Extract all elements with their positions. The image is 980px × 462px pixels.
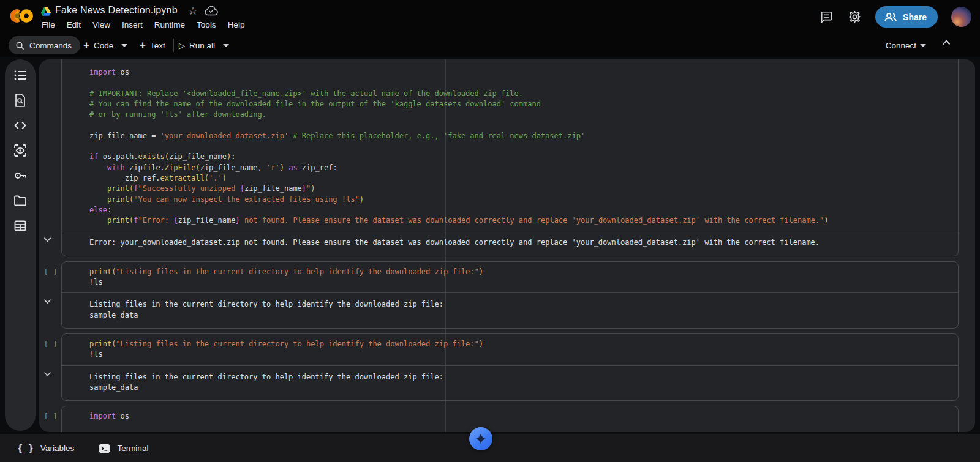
code-editor[interactable]: [ ]import os # IMPORTANT: Please paste y… [62, 406, 958, 432]
menu-file[interactable]: File [42, 20, 55, 29]
code-line: print("Listing files in the current dire… [89, 267, 952, 277]
spark-icon [474, 432, 488, 445]
secrets-key-icon[interactable] [13, 168, 28, 183]
code-line [89, 120, 952, 130]
cell-output: Listing files in the current directory t… [62, 293, 958, 328]
share-label: Share [903, 12, 927, 22]
output-line: Listing files in the current directory t… [89, 372, 952, 382]
code-line [89, 422, 952, 432]
run-cell-button[interactable]: [ ] [44, 340, 58, 347]
settings-gear-icon[interactable] [847, 10, 862, 24]
share-button[interactable]: Share [875, 6, 938, 28]
output-line: Error: your_downloaded_dataset.zip not f… [89, 237, 952, 248]
output-line: sample_data [89, 382, 952, 393]
code-editor[interactable]: [ ]print("Listing files in the current d… [62, 262, 958, 293]
code-line: zip_file_name = 'your_downloaded_dataset… [89, 131, 952, 141]
code-line [89, 141, 952, 152]
files-folder-icon[interactable] [13, 193, 28, 208]
code-line: print("Listing files in the current dire… [89, 339, 952, 349]
avatar[interactable] [951, 7, 971, 27]
plus-icon: + [140, 39, 146, 51]
braces-icon: { } [17, 443, 34, 454]
left-sidebar [5, 59, 36, 431]
chevron-down-icon [920, 44, 926, 47]
cells: import os # IMPORTANT: Replace '<downloa… [39, 59, 975, 432]
star-icon[interactable]: ☆ [188, 4, 198, 18]
code-line: print(f"Successfully unzipped {zip_file_… [89, 184, 952, 194]
collapse-output-chevron-icon[interactable] [43, 371, 51, 377]
collapse-output-chevron-icon[interactable] [43, 299, 51, 304]
code-line: # IMPORTANT: Replace '<downloaded_file_n… [89, 89, 952, 99]
terminal-icon [99, 444, 110, 453]
code-line: with zipfile.ZipFile(zip_file_name, 'r')… [89, 163, 952, 173]
cloud-saved-icon[interactable] [205, 6, 218, 16]
run-cell-button[interactable]: [ ] [44, 267, 58, 275]
drive-icon [40, 6, 51, 17]
plus-icon: + [83, 39, 89, 51]
terminal-button[interactable]: Terminal [99, 444, 148, 453]
find-and-replace-icon[interactable] [13, 93, 28, 108]
variable-inspector-eye-icon[interactable] [13, 143, 28, 158]
code-line [89, 78, 952, 88]
notebook-title[interactable]: Fake News Detection.ipynb [55, 5, 178, 16]
menu-runtime[interactable]: Runtime [154, 20, 185, 29]
menu-insert[interactable]: Insert [122, 20, 143, 29]
data-table-icon[interactable] [13, 218, 28, 233]
people-icon [884, 12, 897, 22]
code-cell: [ ]print("Listing files in the current d… [61, 333, 959, 401]
add-text-button[interactable]: + Text [140, 36, 165, 54]
code-editor[interactable]: [ ]print("Listing files in the current d… [62, 334, 958, 365]
toolbar-divider [173, 39, 174, 52]
code-snippets-icon[interactable] [13, 118, 28, 133]
code-line: import os [89, 67, 952, 78]
output-line: sample_data [89, 310, 952, 321]
app-header: Fake News Detection.ipynb ☆ FileEditView… [0, 0, 980, 34]
cell-output: Listing files in the current directory t… [62, 366, 958, 401]
code-line: else: [89, 205, 952, 215]
menu-help[interactable]: Help [228, 20, 245, 29]
chevron-down-icon[interactable] [223, 44, 229, 47]
menu-tools[interactable]: Tools [197, 20, 216, 29]
collapse-output-chevron-icon[interactable] [43, 237, 51, 242]
gemini-spark-button[interactable] [469, 427, 492, 450]
add-code-button[interactable]: + Code [83, 36, 127, 54]
variables-button[interactable]: { } Variables [17, 443, 74, 454]
code-line: !ls [89, 277, 952, 288]
run-cell-button[interactable]: [ ] [44, 412, 58, 419]
code-cell: [ ]print("Listing files in the current d… [61, 261, 959, 329]
search-icon [15, 41, 24, 50]
table-of-contents-icon[interactable] [13, 68, 28, 83]
play-icon: ▷ [179, 41, 185, 50]
code-line: # or by running '!ls' after downloading. [89, 110, 952, 120]
commands-button[interactable]: Commands [9, 36, 80, 54]
chevron-down-icon[interactable] [121, 44, 127, 47]
comments-icon[interactable] [819, 10, 834, 24]
code-cell: [ ]import os # IMPORTANT: Please paste y… [61, 406, 959, 432]
notebook-panel: import os # IMPORTANT: Replace '<downloa… [39, 59, 975, 432]
code-line: import os [89, 411, 952, 422]
output-line: Listing files in the current directory t… [89, 299, 952, 310]
code-line: !ls [89, 349, 952, 360]
menu-edit[interactable]: Edit [67, 20, 81, 29]
code-line: zip_ref.extractall('.') [89, 173, 952, 184]
connect-button[interactable]: Connect [886, 36, 926, 54]
code-line: if os.path.exists(zip_file_name): [89, 152, 952, 162]
code-editor[interactable]: import os # IMPORTANT: Replace '<downloa… [62, 59, 958, 231]
run-all-button[interactable]: ▷ Run all [179, 36, 229, 54]
collapse-header-button[interactable] [942, 40, 951, 45]
menu-view[interactable]: View [92, 20, 110, 29]
code-line: print("You can now inspect the extracted… [89, 195, 952, 205]
code-cell: import os # IMPORTANT: Replace '<downloa… [61, 59, 959, 256]
code-line: # You can find the name of the downloade… [89, 99, 952, 110]
menubar: FileEditViewInsertRuntimeToolsHelp [42, 20, 244, 29]
colab-logo[interactable] [7, 6, 36, 26]
code-line: print(f"Error: {zip_file_name} not found… [89, 215, 952, 226]
cell-output: Error: your_downloaded_dataset.zip not f… [62, 231, 958, 255]
notebook-toolbar: Commands + Code + Text ▷ Run all Connect [0, 34, 980, 57]
